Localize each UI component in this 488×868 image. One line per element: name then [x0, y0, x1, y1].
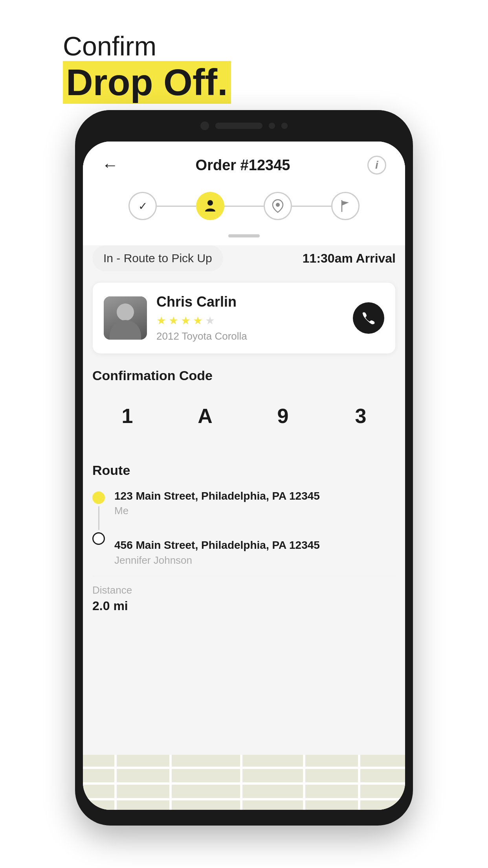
- person-pickup-icon: [203, 199, 217, 213]
- order-title: Order #12345: [196, 157, 290, 174]
- pull-handle: [228, 234, 260, 237]
- origin-dot: [92, 491, 105, 504]
- destination-dot: [92, 532, 105, 545]
- destination-block: 456 Main Street, Philadelphia, PA 12345 …: [114, 538, 396, 566]
- location-pin-icon: [272, 199, 284, 213]
- distance-section: Distance 2.0 mi: [92, 576, 396, 613]
- sensor: [269, 123, 275, 129]
- driver-avatar: [104, 296, 147, 340]
- call-button[interactable]: [353, 302, 384, 334]
- spacer-1: [92, 354, 396, 368]
- step-pickup: [196, 192, 224, 220]
- star-5: ★: [205, 314, 215, 327]
- spacer-2: [92, 438, 396, 452]
- code-boxes: 1 A 9 3: [92, 394, 396, 438]
- screen-content: ← Order #12345 i ✓: [83, 142, 405, 810]
- driver-name: Chris Carlin: [156, 294, 343, 310]
- origin-person: Me: [114, 505, 396, 517]
- divider-line: [92, 576, 396, 576]
- vehicle-text: 2012 Toyota Corolla: [156, 330, 343, 342]
- status-pill: In - Route to Pick Up: [92, 245, 223, 271]
- svg-point-0: [207, 200, 213, 206]
- code-char-3: 9: [277, 404, 289, 428]
- code-char-2: A: [198, 404, 213, 428]
- flag-icon: [339, 199, 351, 213]
- svg-point-1: [276, 203, 280, 207]
- speaker-grille: [215, 123, 262, 129]
- destination-address: 456 Main Street, Philadelphia, PA 12345: [114, 538, 396, 552]
- step-flag-circle: [331, 192, 360, 220]
- map-road-v1: [114, 755, 117, 810]
- code-char-4: 3: [355, 404, 367, 428]
- code-box-1: 1: [92, 394, 162, 438]
- phone-device: ← Order #12345 i ✓: [75, 110, 413, 826]
- scroll-view[interactable]: ← Order #12345 i ✓: [83, 142, 405, 810]
- map-grid: [83, 755, 405, 810]
- route-section: Route 123 Main Street, Philadelphia, PA …: [92, 452, 396, 613]
- map-road-h3: [83, 798, 405, 800]
- step-location-circle: [264, 192, 292, 220]
- page-header: Confirm Drop Off.: [63, 31, 231, 104]
- origin-address: 123 Main Street, Philadelphia, PA 12345: [114, 489, 396, 503]
- map-road-v2: [169, 755, 172, 810]
- map-road-v3: [240, 755, 242, 810]
- route-line: [98, 506, 99, 530]
- phone-call-icon: [361, 311, 376, 325]
- arrival-text: 11:30am Arrival: [303, 251, 396, 266]
- step-line-1: [157, 206, 196, 207]
- star-2: ★: [169, 314, 178, 327]
- route-addresses: 123 Main Street, Philadelphia, PA 12345 …: [114, 489, 396, 566]
- sensor-2: [281, 123, 288, 129]
- route-title: Route: [92, 463, 396, 478]
- step-line-3: [292, 206, 331, 207]
- star-rating: ★ ★ ★ ★ ★: [156, 314, 343, 327]
- code-box-4: 3: [326, 394, 396, 438]
- phone-screen: ← Order #12345 i ✓: [83, 142, 405, 810]
- driver-card: Chris Carlin ★ ★ ★ ★ ★ 2012 Toyota Corol…: [92, 282, 396, 354]
- star-4: ★: [193, 314, 203, 327]
- nav-bar: ← Order #12345 i: [83, 142, 405, 184]
- confirm-label: Confirm: [63, 31, 231, 61]
- destination-person: Jennifer Johnson: [114, 554, 396, 566]
- progress-bar: ✓: [83, 184, 405, 231]
- code-box-2: A: [170, 394, 240, 438]
- step-location: [264, 192, 292, 220]
- front-camera: [200, 121, 209, 130]
- dropoff-label: Drop Off.: [63, 61, 231, 104]
- step-line-2: [224, 206, 264, 207]
- status-row: In - Route to Pick Up 11:30am Arrival: [92, 245, 396, 271]
- map-road-h2: [83, 782, 405, 785]
- avatar-image: [104, 296, 147, 340]
- map-road-h1: [83, 767, 405, 769]
- sections-wrapper: In - Route to Pick Up 11:30am Arrival Ch…: [83, 245, 405, 621]
- map-area: [83, 755, 405, 810]
- step-check: ✓: [128, 192, 157, 220]
- star-3: ★: [181, 314, 191, 327]
- driver-info: Chris Carlin ★ ★ ★ ★ ★ 2012 Toyota Corol…: [156, 294, 343, 342]
- confirmation-title: Confirmation Code: [92, 368, 396, 383]
- step-flag: [331, 192, 360, 220]
- origin-block: 123 Main Street, Philadelphia, PA 12345 …: [114, 489, 396, 517]
- check-icon: ✓: [138, 200, 147, 213]
- step-check-circle: ✓: [128, 192, 157, 220]
- code-box-3: 9: [248, 394, 318, 438]
- spacer-3: [92, 613, 396, 621]
- step-pickup-circle: [196, 192, 224, 220]
- code-char-1: 1: [122, 404, 133, 428]
- confirmation-section: Confirmation Code 1 A 9: [92, 368, 396, 438]
- distance-label: Distance: [92, 584, 396, 596]
- route-connector-column: [92, 489, 105, 566]
- map-road-v5: [358, 755, 360, 810]
- info-button[interactable]: i: [367, 156, 386, 175]
- map-road-v4: [303, 755, 305, 810]
- phone-notch: [75, 110, 413, 142]
- back-button[interactable]: ←: [102, 157, 118, 173]
- star-1: ★: [156, 314, 166, 327]
- distance-value: 2.0 mi: [92, 599, 396, 613]
